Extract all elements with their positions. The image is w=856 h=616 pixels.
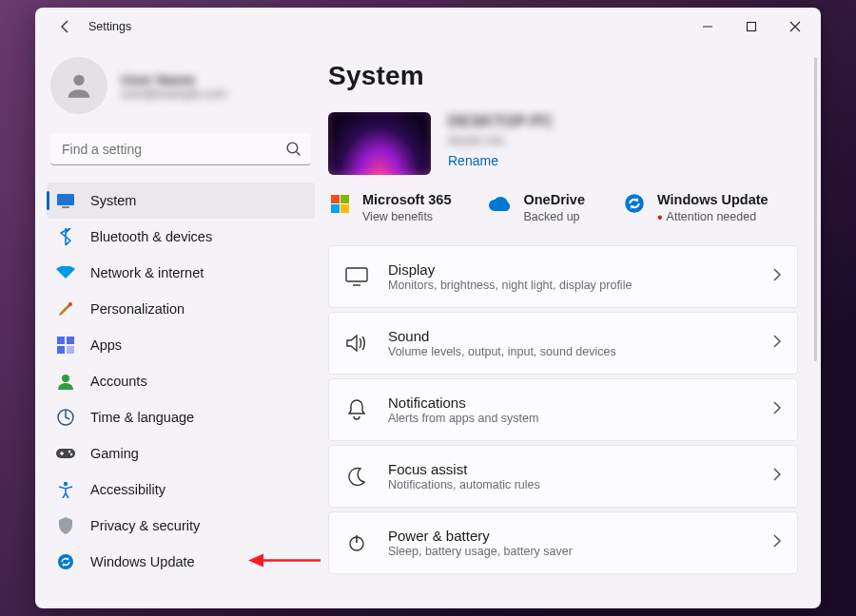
card-display[interactable]: DisplayMonitors, brightness, night light… [328,245,798,308]
search-input[interactable] [50,133,311,165]
svg-point-17 [625,194,644,213]
card-sub: Notifications, automatic rules [388,478,753,491]
svg-rect-6 [57,337,65,344]
microsoft-logo-icon [328,192,351,215]
content: System DESKTOP-PC Model info Rename Micr… [326,46,821,608]
sidebar-item-windows-update[interactable]: Windows Update [47,544,315,580]
sidebar-item-privacy[interactable]: Privacy & security [47,508,315,544]
maximize-button[interactable] [730,11,773,42]
desktop-preview-image [328,112,431,175]
svg-rect-4 [62,206,69,208]
sidebar-item-label: Time & language [90,410,194,425]
sidebar-item-label: Accessibility [90,482,165,497]
arrow-left-icon [58,19,73,34]
person-icon [63,69,95,102]
app-title: Settings [88,20,131,33]
card-sub: Alerts from apps and system [388,412,753,425]
status-title: Windows Update [657,192,768,208]
status-row: Microsoft 365 View benefits OneDrive Bac… [328,192,798,224]
accessibility-icon [56,480,75,499]
sidebar-item-system[interactable]: System [47,183,315,219]
status-onedrive[interactable]: OneDrive Backed up [489,192,584,224]
card-sound[interactable]: SoundVolume levels, output, input, sound… [328,312,798,375]
paintbrush-icon [56,299,75,318]
status-m365[interactable]: Microsoft 365 View benefits [328,192,451,224]
svg-rect-12 [56,449,75,458]
card-title: Power & battery [388,528,753,544]
shield-icon [56,516,75,535]
card-sub: Monitors, brightness, night light, displ… [388,279,753,292]
close-button[interactable] [773,11,817,42]
card-notifications[interactable]: NotificationsAlerts from apps and system [328,378,798,441]
status-sub: Backed up [523,210,584,224]
window-controls [686,11,817,42]
hero: DESKTOP-PC Model info Rename [328,112,798,175]
sidebar-item-personalization[interactable]: Personalization [47,291,315,327]
svg-point-10 [62,375,69,382]
back-button[interactable] [54,15,77,38]
chevron-right-icon [772,335,782,352]
chevron-right-icon [772,401,782,418]
close-icon [789,21,801,32]
bluetooth-icon [56,227,75,246]
titlebar: Settings [35,8,821,46]
sidebar-item-bluetooth[interactable]: Bluetooth & devices [47,219,315,255]
gaming-icon [56,444,75,463]
status-title: Microsoft 365 [362,192,451,208]
minimize-icon [702,21,713,32]
globe-clock-icon [56,408,75,427]
card-title: Notifications [388,395,753,411]
svg-rect-7 [67,337,74,344]
minimize-button[interactable] [686,11,730,42]
card-title: Display [388,261,753,278]
svg-point-14 [70,453,73,456]
sidebar-item-label: Apps [90,337,122,353]
sidebar-item-time-language[interactable]: Time & language [47,399,315,435]
sidebar-item-label: System [90,193,136,208]
wifi-icon [56,263,75,282]
nav: System Bluetooth & devices Network & int… [47,183,315,580]
svg-rect-8 [57,346,65,354]
sound-icon [344,331,369,356]
rename-link[interactable]: Rename [448,153,554,168]
sidebar-item-label: Network & internet [90,265,204,280]
profile-name: User Name [121,71,226,87]
svg-rect-18 [346,268,367,281]
card-sub: Volume levels, output, input, sound devi… [388,345,753,358]
update-icon [623,192,646,215]
moon-icon [344,464,369,489]
sidebar-item-accounts[interactable]: Accounts [47,363,315,399]
card-title: Focus assist [388,461,753,477]
chevron-right-icon [772,534,782,551]
profile-block[interactable]: User Name user@example.com [47,53,315,127]
card-sub: Sleep, battery usage, battery saver [388,545,753,558]
svg-rect-0 [748,23,756,31]
search-icon [285,141,302,161]
apps-icon [56,336,75,355]
scrollbar[interactable] [814,57,817,361]
page-title: System [328,61,798,91]
sidebar-item-network[interactable]: Network & internet [47,255,315,291]
display-icon [344,264,369,289]
card-power-battery[interactable]: Power & batterySleep, battery usage, bat… [328,511,798,574]
status-title: OneDrive [523,192,584,208]
profile-email: user@example.com [121,87,226,101]
sidebar-item-label: Accounts [90,374,147,389]
sidebar-item-apps[interactable]: Apps [47,327,315,363]
card-focus-assist[interactable]: Focus assistNotifications, automatic rul… [328,445,798,508]
sidebar-item-gaming[interactable]: Gaming [47,435,315,472]
update-icon [56,552,75,571]
settings-card-list: DisplayMonitors, brightness, night light… [328,245,798,574]
svg-rect-9 [67,346,74,354]
status-windows-update[interactable]: Windows Update Attention needed [623,192,768,224]
onedrive-icon [489,192,512,215]
chevron-right-icon [772,468,782,485]
sidebar-item-accessibility[interactable]: Accessibility [47,472,315,508]
svg-point-16 [58,554,73,569]
account-icon [56,372,75,391]
chevron-right-icon [772,268,782,285]
sidebar: User Name user@example.com System Blueto… [35,46,326,608]
sidebar-item-label: Windows Update [90,554,195,569]
search-wrap [50,133,311,165]
power-icon [344,530,369,555]
